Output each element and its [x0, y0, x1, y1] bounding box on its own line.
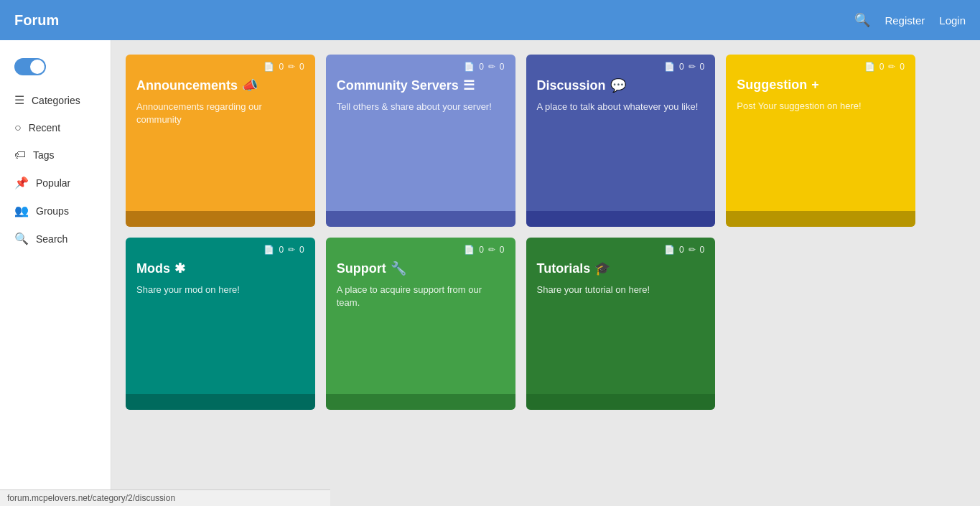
search-icon[interactable]: 🔍	[854, 12, 870, 28]
card-desc-discussion: A place to talk about whatever you like!	[537, 100, 705, 113]
sidebar-item-search[interactable]: 🔍 Search	[0, 225, 111, 253]
card-title-suggestion: Suggestion +	[737, 78, 905, 93]
card-desc-announcements: Announcements regarding our community	[136, 100, 304, 126]
layout: ☰ Categories ○ Recent 🏷 Tags 📌 Popular 👥…	[0, 40, 980, 506]
card-stats-community: 📄 0 ✏ 0	[337, 62, 505, 72]
cards-grid: 📄 0 ✏ 0 Announcements 📣 Announcements re…	[126, 55, 915, 410]
mods-icon: ✱	[174, 261, 185, 276]
site-title: Forum	[14, 12, 854, 29]
sidebar-label-tags: Tags	[33, 149, 55, 161]
register-link[interactable]: Register	[885, 14, 925, 27]
topics-icon-m: 📄	[263, 245, 274, 255]
card-stats-suggestion: 📄 0 ✏ 0	[737, 62, 905, 72]
header-actions: 🔍 Register Login	[854, 12, 966, 28]
pencil-icon-c: ✏	[488, 62, 495, 72]
card-tutorials[interactable]: 📄 0 ✏ 0 Tutorials 🎓 Share your tutorial …	[526, 238, 716, 410]
card-community-servers[interactable]: 📄 0 ✏ 0 Community Servers ☰ Tell others …	[326, 55, 515, 227]
card-footer-support	[326, 394, 515, 410]
card-footer-suggestion	[726, 211, 915, 227]
popular-icon: 📌	[14, 176, 29, 189]
sidebar-item-recent[interactable]: ○ Recent	[0, 114, 111, 141]
card-mods[interactable]: 📄 0 ✏ 0 Mods ✱ Share your mod on here!	[126, 238, 315, 410]
card-desc-community: Tell others & share about your server!	[337, 100, 505, 113]
card-support[interactable]: 📄 0 ✏ 0 Support 🔧 A place to acquire sup…	[326, 238, 515, 410]
header: Forum 🔍 Register Login	[0, 0, 980, 40]
sidebar-item-categories[interactable]: ☰ Categories	[0, 86, 111, 114]
card-footer-discussion	[526, 211, 716, 227]
card-footer-community	[326, 211, 515, 227]
card-title-community: Community Servers ☰	[337, 78, 505, 93]
card-desc-suggestion: Post Your suggestion on here!	[737, 100, 905, 113]
theme-toggle[interactable]	[14, 58, 46, 75]
card-desc-tutorials: Share your tutorial on here!	[537, 284, 705, 296]
tags-icon: 🏷	[14, 149, 26, 161]
sidebar-label-recent: Recent	[29, 122, 60, 133]
sidebar-label-popular: Popular	[36, 177, 70, 189]
card-title-support: Support 🔧	[337, 261, 505, 276]
pencil-icon-d: ✏	[689, 62, 696, 72]
card-announcements[interactable]: 📄 0 ✏ 0 Announcements 📣 Announcements re…	[126, 55, 315, 227]
card-stats-discussion: 📄 0 ✏ 0	[537, 62, 705, 72]
chat-icon: 💬	[610, 78, 626, 93]
categories-icon: ☰	[14, 93, 24, 107]
pencil-icon-t: ✏	[689, 245, 696, 255]
card-title-mods: Mods ✱	[136, 261, 304, 276]
wrench-icon: 🔧	[391, 261, 406, 276]
card-stats-mods: 📄 0 ✏ 0	[136, 245, 304, 255]
toggle-container	[0, 51, 111, 86]
card-desc-mods: Share your mod on here!	[136, 284, 304, 296]
pencil-icon-su: ✏	[488, 245, 495, 255]
topics-icon-d: 📄	[664, 62, 675, 72]
topics-icon-t: 📄	[664, 245, 675, 255]
announce-icon: 📣	[242, 78, 258, 93]
sidebar-label-categories: Categories	[32, 95, 80, 106]
card-discussion[interactable]: 📄 0 ✏ 0 Discussion 💬 A place to talk abo…	[526, 55, 716, 227]
topics-icon-s: 📄	[864, 62, 875, 72]
groups-icon: 👥	[14, 204, 29, 217]
pencil-icon-a: ✏	[288, 62, 295, 72]
card-footer-mods	[126, 394, 315, 410]
sidebar-item-groups[interactable]: 👥 Groups	[0, 197, 111, 225]
sidebar: ☰ Categories ○ Recent 🏷 Tags 📌 Popular 👥…	[0, 40, 111, 506]
card-stats-tutorials: 📄 0 ✏ 0	[537, 245, 705, 255]
plus-icon: +	[811, 78, 819, 93]
sidebar-label-search: Search	[36, 233, 67, 245]
graduation-icon: 🎓	[594, 261, 610, 276]
pencil-icon-s: ✏	[888, 62, 895, 72]
search-icon-sidebar: 🔍	[14, 232, 29, 245]
card-stats-support: 📄 0 ✏ 0	[337, 245, 505, 255]
card-footer-announcements	[126, 211, 315, 227]
topics-icon-su: 📄	[464, 245, 475, 255]
statusbar-url: forum.mcpelovers.net/category/2/discussi…	[7, 493, 175, 503]
card-title-tutorials: Tutorials 🎓	[537, 261, 705, 276]
sidebar-item-tags[interactable]: 🏷 Tags	[0, 141, 111, 169]
card-title-discussion: Discussion 💬	[537, 78, 705, 93]
list-icon: ☰	[463, 78, 475, 93]
card-desc-support: A place to acquire support from our team…	[337, 284, 505, 309]
recent-icon: ○	[14, 121, 22, 134]
card-footer-tutorials	[526, 394, 716, 410]
topics-icon-a: 📄	[263, 62, 274, 72]
card-stats-announcements: 📄 0 ✏ 0	[136, 62, 304, 72]
login-link[interactable]: Login	[939, 14, 966, 27]
sidebar-item-popular[interactable]: 📌 Popular	[0, 169, 111, 197]
pencil-icon-m: ✏	[288, 245, 295, 255]
main-content: 📄 0 ✏ 0 Announcements 📣 Announcements re…	[111, 40, 980, 506]
card-suggestion[interactable]: 📄 0 ✏ 0 Suggestion + Post Your suggestio…	[726, 55, 915, 227]
sidebar-label-groups: Groups	[36, 205, 69, 217]
statusbar: forum.mcpelovers.net/category/2/discussi…	[0, 489, 330, 506]
card-title-announcements: Announcements 📣	[136, 78, 304, 93]
topics-icon-c: 📄	[464, 62, 475, 72]
